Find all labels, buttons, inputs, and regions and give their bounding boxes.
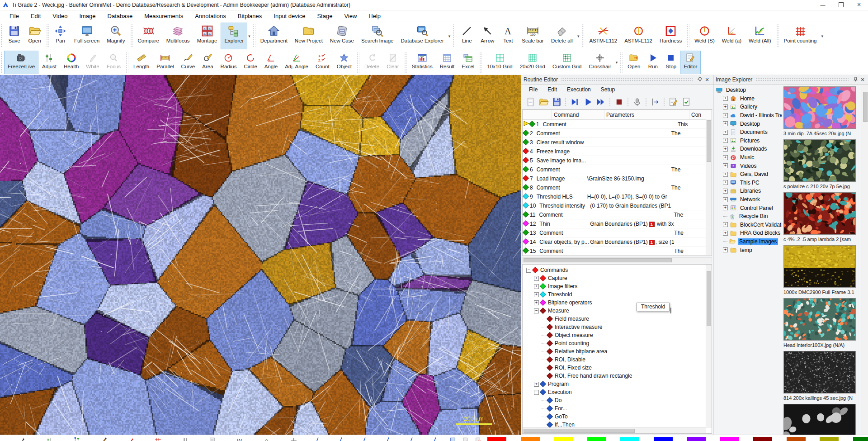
close-button[interactable]: ✕ (850, 0, 868, 9)
close-panel-icon[interactable]: ✕ (859, 77, 866, 83)
expand-icon[interactable]: + (723, 222, 728, 227)
folder-tree-item-recycle-bin[interactable]: Recycle Bin (715, 212, 782, 221)
thumbnail-item[interactable]: 814 200x kallings 45 sec.jpg (N (783, 351, 861, 402)
toolbar-button-adjust[interactable]: Adjust (38, 51, 60, 74)
toolbar-button-object[interactable]: Object (333, 51, 355, 74)
expand-icon[interactable]: + (723, 189, 728, 194)
toolbar-button-hardness[interactable]: Hardness (656, 23, 685, 49)
folder-tree-item-pictures[interactable]: +Pictures (715, 137, 782, 145)
expand-icon[interactable]: + (723, 138, 728, 143)
folder-tree-item-desktop[interactable]: Desktop (715, 86, 782, 95)
toolbar-button-save[interactable]: Save (4, 23, 24, 49)
folder-tree-item-hra-god-blocks[interactable]: +HRA God Blocks (715, 229, 782, 237)
bottom-tool-blue-slash-icon[interactable] (313, 436, 321, 441)
routine-tool-mic-icon[interactable] (632, 97, 642, 107)
toolbar-button-point-counting[interactable]: Point counting (780, 23, 821, 49)
command-tree-item-field-measure[interactable]: Field measure (523, 315, 712, 323)
routine-tool-doc-check-icon[interactable] (681, 97, 692, 107)
toolbar-button-adj-angle[interactable]: Adj. Angle (281, 51, 312, 74)
column-command[interactable]: Command (552, 110, 604, 119)
toolbar-button-compare[interactable]: Compare (134, 23, 163, 49)
folder-tree-item-david-illinois-toc[interactable]: +David - Illinois Toc (715, 111, 782, 120)
routine-tool-run-icon[interactable] (583, 97, 593, 107)
panel-drag-texture[interactable] (561, 78, 693, 82)
thumbnail-item[interactable]: 3 min dip .7A 45sec 20x.jpg (N (783, 86, 861, 138)
command-tree-item-capture[interactable]: +Capture (523, 274, 712, 282)
folder-tree-item-music[interactable]: +Music (715, 153, 782, 162)
toolbar-button-open[interactable]: Open (24, 23, 45, 49)
toolbar-button-focus[interactable]: Focus (103, 51, 124, 74)
thumbnail-image[interactable] (783, 192, 856, 235)
routine-row-10[interactable]: 10Threshold intensity(0-170) to Grain Bo… (523, 201, 712, 210)
toolbar-button-run[interactable]: Run (644, 51, 662, 74)
thumbnail-image[interactable] (783, 298, 856, 341)
bottom-tool-mini-note-icon[interactable] (208, 436, 217, 441)
menu-help[interactable]: Help (363, 13, 387, 19)
table-vertical-scrollbar[interactable] (706, 119, 712, 256)
thumbnail-image[interactable] (783, 404, 856, 435)
folder-tree-item-this-pc[interactable]: +This PC (715, 179, 782, 187)
folder-tree-item-network[interactable]: +Network (715, 195, 782, 204)
toolbar-button-magnify[interactable]: Magnify (103, 23, 128, 49)
folder-tree-item-desktop[interactable]: +Desktop (715, 119, 782, 128)
toolbar-button-database-explorer[interactable]: Database Explorer (397, 23, 448, 49)
command-tree-item-image-filters[interactable]: +Image filters (523, 282, 712, 290)
command-tree-item-interactive-measure[interactable]: Interactive measure (523, 323, 712, 331)
column-condition[interactable]: Con (689, 110, 712, 119)
expand-icon[interactable]: + (534, 284, 539, 289)
thumbnail-image[interactable] (783, 351, 856, 394)
expand-icon[interactable]: + (723, 197, 728, 202)
toolbar-grip[interactable] (0, 52, 3, 73)
toolbar-button-montage[interactable]: Montage (193, 23, 221, 49)
expand-icon[interactable]: + (723, 180, 728, 185)
routine-menu-edit[interactable]: Edit (542, 86, 562, 93)
routine-row-14[interactable]: 14Clear objects, by p...Grain Boundaries… (523, 237, 712, 247)
menu-view[interactable]: View (338, 13, 363, 19)
toolbar-button-crosshair[interactable]: Crosshair (585, 51, 615, 74)
pin-icon[interactable] (852, 77, 859, 83)
toolbar-button-new-project[interactable]: New Project (291, 23, 326, 49)
toolbar-button-custom-grid[interactable]: Custom Grid (549, 51, 585, 74)
command-tree-item-do[interactable]: Do (523, 396, 712, 404)
expand-icon[interactable]: + (534, 300, 539, 305)
folder-tree-item-videos[interactable]: +Videos (715, 161, 782, 170)
dropdown-caret-icon[interactable]: ▾ (821, 34, 825, 38)
toolbar-button-circle[interactable]: Circle (240, 51, 260, 74)
bottom-tool-red-check-icon[interactable] (127, 436, 135, 441)
routine-tool-step-icon[interactable] (570, 97, 580, 107)
routine-row-3[interactable]: 3Clear result window (523, 138, 712, 147)
folder-tree-item-temp[interactable]: +temp (715, 246, 782, 254)
thumbnail-scrollbar[interactable] (862, 85, 868, 435)
dropdown-caret-icon[interactable]: ▾ (448, 34, 452, 38)
routine-menu-execution[interactable]: Execution (562, 86, 596, 93)
color-swatch[interactable] (820, 437, 839, 441)
color-swatch[interactable] (654, 437, 673, 441)
toolbar-button-open[interactable]: Open (624, 51, 644, 74)
color-swatch[interactable] (587, 437, 606, 441)
bottom-tool-mini-a-icon[interactable]: A (262, 436, 271, 441)
routine-row-1[interactable]: 1CommentThis (523, 120, 712, 129)
routine-menu-setup[interactable]: Setup (596, 86, 620, 93)
toolbar-button-excel[interactable]: Excel (458, 51, 478, 74)
routine-row-5[interactable]: 5Save image to ima... (523, 156, 712, 165)
menu-input-device[interactable]: Input device (268, 13, 311, 19)
toolbar-button-angle[interactable]: Angle (261, 51, 281, 74)
bottom-tool-mini-blue-doc-icon[interactable] (448, 436, 457, 441)
toolbar-button-result[interactable]: Result (436, 51, 458, 74)
commands-tree-vertical-scrollbar[interactable] (706, 265, 712, 428)
bottom-tool-mini-plus-icon[interactable] (289, 436, 298, 441)
bottom-tool-blue-slash-icon[interactable] (336, 436, 345, 441)
menu-measurements[interactable]: Measurements (138, 13, 189, 19)
toolbar-button-new-case[interactable]: New Case (326, 23, 358, 49)
color-swatch[interactable] (787, 437, 806, 441)
toolbar-button-line[interactable]: Line (457, 23, 477, 49)
command-tree-item-measure[interactable]: −Measure (523, 307, 712, 315)
toolbar-button-full-screen[interactable]: Full screen (71, 23, 103, 49)
expand-icon[interactable]: + (723, 231, 728, 236)
bottom-tool-color-pins-icon[interactable] (72, 436, 81, 441)
expand-icon[interactable]: + (534, 382, 539, 387)
routine-row-8[interactable]: 8CommentThe (523, 183, 712, 192)
command-tree-item-point-counting[interactable]: Point counting (523, 339, 712, 347)
thumbnail-item[interactable]: Head interior100X.jpg (N/A) (783, 298, 861, 349)
expand-icon[interactable]: + (723, 147, 728, 152)
